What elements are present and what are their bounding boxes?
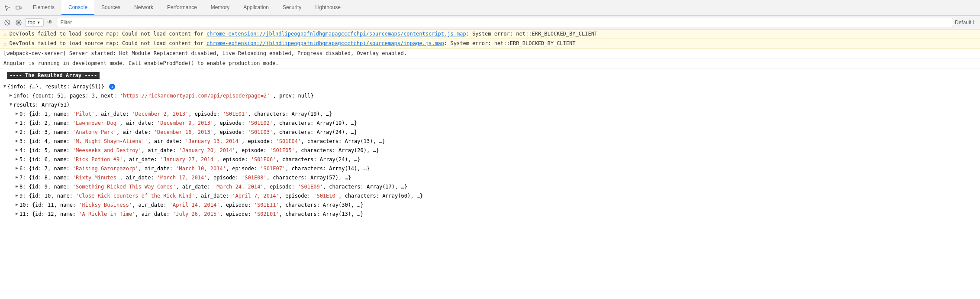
root-object-row[interactable]: ▼ {info: {…}, results: Array(51)} i bbox=[0, 82, 980, 91]
array-item-3[interactable]: ▶ 3: {id: 4, name: 'M. Night Shaym-Alien… bbox=[0, 137, 980, 146]
array-item-6[interactable]: ▶ 6: {id: 7, name: 'Raising Gazorpazorp'… bbox=[0, 164, 980, 173]
item-triangle-3[interactable]: ▶ bbox=[16, 137, 18, 144]
results-label-row[interactable]: ▼ results: Array(51) bbox=[0, 101, 980, 110]
default-level-label: Default l bbox=[955, 20, 977, 26]
item-triangle-1[interactable]: ▶ bbox=[16, 119, 18, 126]
clear-console-button[interactable] bbox=[3, 18, 12, 27]
info-line-2: Angular is running in development mode. … bbox=[0, 58, 980, 68]
tab-console[interactable]: Console bbox=[61, 0, 94, 15]
array-item-4[interactable]: ▶ 4: {id: 5, name: 'Meeseeks and Destroy… bbox=[0, 146, 980, 155]
stop-button[interactable] bbox=[14, 18, 23, 27]
array-item-5[interactable]: ▶ 5: {id: 6, name: 'Rick Potion #9', air… bbox=[0, 155, 980, 164]
tab-memory[interactable]: Memory bbox=[204, 0, 236, 15]
warning-row-2: ⚠ DevTools failed to load source map: Co… bbox=[0, 39, 980, 49]
warning-icon: ⚠ bbox=[3, 31, 7, 37]
root-label-text: {info: {…}, results: Array(51)} bbox=[7, 84, 104, 90]
chevron-down-icon: ▼ bbox=[37, 20, 41, 25]
filter-input[interactable] bbox=[57, 18, 953, 27]
info-subrow[interactable]: ▶ info: {count: 51, pages: 3, next: 'htt… bbox=[0, 91, 980, 101]
svg-rect-1 bbox=[20, 7, 21, 9]
array-item-1[interactable]: ▶ 1: {id: 2, name: 'Lawnmower Dog', air_… bbox=[0, 119, 980, 128]
item-triangle-4[interactable]: ▶ bbox=[16, 146, 18, 153]
array-item-0[interactable]: ▶ 0: {id: 1, name: 'Pilot', air_date: 'D… bbox=[0, 110, 980, 119]
tab-elements[interactable]: Elements bbox=[26, 0, 61, 15]
warning-row: ⚠ DevTools failed to load source map: Co… bbox=[0, 29, 980, 39]
array-item-8[interactable]: ▶ 8: {id: 9, name: 'Something Ricked Thi… bbox=[0, 182, 980, 192]
warning-icon-2: ⚠ bbox=[3, 40, 7, 47]
item-triangle-11[interactable]: ▶ bbox=[16, 210, 18, 217]
info-triangle[interactable]: ▶ bbox=[10, 92, 12, 98]
array-item-9[interactable]: ▶ 9: {id: 10, name: 'Close Rick-counters… bbox=[0, 192, 980, 201]
item-triangle-6[interactable]: ▶ bbox=[16, 165, 18, 171]
code-label: ---- The Resulted Array ---- bbox=[7, 72, 100, 79]
item-triangle-0[interactable]: ▶ bbox=[16, 110, 18, 117]
svg-rect-5 bbox=[18, 21, 20, 23]
eye-icon: 👁 bbox=[47, 19, 53, 26]
item-triangle-2[interactable]: ▶ bbox=[16, 128, 18, 135]
item-triangle-10[interactable]: ▶ bbox=[16, 201, 18, 208]
svg-rect-0 bbox=[16, 6, 20, 9]
console-toolbar: top ▼ 👁 Default l bbox=[0, 16, 980, 29]
tab-performance[interactable]: Performance bbox=[160, 0, 204, 15]
item-triangle-7[interactable]: ▶ bbox=[16, 174, 18, 180]
array-item-11[interactable]: ▶ 11: {id: 12, name: 'A Rickle in Time',… bbox=[0, 210, 980, 219]
cursor-icon[interactable] bbox=[3, 4, 11, 12]
results-triangle[interactable]: ▼ bbox=[10, 101, 12, 107]
results-label: results: Array(51) bbox=[13, 101, 70, 109]
device-icon[interactable] bbox=[15, 4, 23, 12]
tab-bar: Elements Console Sources Network Perform… bbox=[0, 0, 980, 16]
item-triangle-8[interactable]: ▶ bbox=[16, 183, 18, 189]
array-item-2[interactable]: ▶ 2: {id: 3, name: 'Anatomy Park', air_d… bbox=[0, 128, 980, 137]
array-item-7[interactable]: ▶ 7: {id: 8, name: 'Rixty Minutes', air_… bbox=[0, 173, 980, 182]
tab-sources[interactable]: Sources bbox=[94, 0, 127, 15]
toolbar-icons bbox=[0, 4, 26, 12]
eye-button[interactable]: 👁 bbox=[45, 18, 55, 27]
info-line-1: [webpack-dev-server] Server started: Hot… bbox=[0, 49, 980, 58]
tab-application[interactable]: Application bbox=[236, 0, 276, 15]
tab-security[interactable]: Security bbox=[276, 0, 308, 15]
item-triangle-5[interactable]: ▶ bbox=[16, 156, 18, 162]
console-output: ⚠ DevTools failed to load source map: Co… bbox=[0, 29, 980, 299]
item-triangle-9[interactable]: ▶ bbox=[16, 192, 18, 198]
info-badge: i bbox=[109, 84, 115, 90]
warning-link-1[interactable]: chrome-extension://jblndlipeogpafnldhgma… bbox=[206, 31, 466, 37]
tab-lighthouse[interactable]: Lighthouse bbox=[308, 0, 348, 15]
tab-network[interactable]: Network bbox=[127, 0, 160, 15]
array-item-10[interactable]: ▶ 10: {id: 11, name: 'Ricksy Business', … bbox=[0, 201, 980, 210]
context-dropdown[interactable]: top ▼ bbox=[25, 18, 44, 27]
expand-triangle[interactable]: ▼ bbox=[3, 83, 6, 89]
code-label-container: ---- The Resulted Array ---- bbox=[0, 68, 980, 82]
warning-link-2[interactable]: chrome-extension://jblndlipeogpafnldhgma… bbox=[206, 40, 444, 46]
svg-line-3 bbox=[6, 21, 9, 24]
